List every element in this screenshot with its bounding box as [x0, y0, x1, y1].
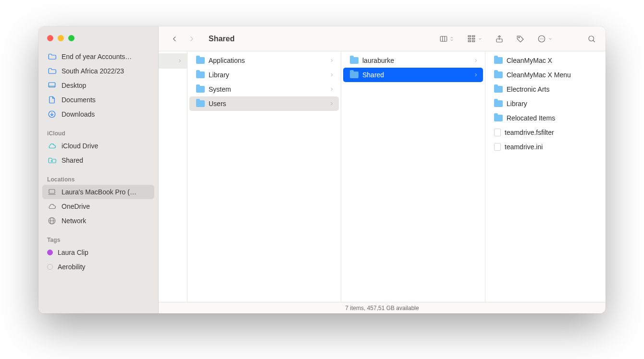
sidebar: End of year Accounts… South Africa 2022/…: [38, 26, 159, 313]
status-bar: 7 items, 457,51 GB available: [159, 302, 606, 313]
folder-row[interactable]: Electronic Arts: [487, 82, 604, 96]
minimize-window[interactable]: [58, 35, 64, 41]
folder-row[interactable]: Applications: [189, 53, 339, 68]
sidebar-item-label: Network: [62, 217, 86, 225]
item-name: Applications: [209, 57, 325, 64]
tag-dot-icon: [47, 264, 53, 270]
document-icon: [47, 95, 57, 105]
toolbar: Shared: [159, 26, 606, 51]
folder-row[interactable]: Library: [487, 96, 604, 111]
group-by-button[interactable]: [466, 32, 483, 46]
item-name: Relocated Items: [507, 114, 599, 122]
sidebar-item-label: Aerobility: [58, 263, 86, 271]
column-2: lauraburkeShared: [341, 51, 485, 302]
sidebar-item-downloads[interactable]: Downloads: [42, 107, 154, 121]
share-button[interactable]: [494, 32, 505, 46]
item-name: lauraburke: [362, 57, 470, 64]
chevron-right-icon: [473, 57, 478, 64]
folder-row[interactable]: Library: [189, 68, 339, 82]
item-name: CleanMyMac X Menu: [507, 71, 599, 79]
file-row[interactable]: teamdrive.ini: [487, 140, 604, 154]
folder-icon: [196, 57, 205, 64]
sidebar-favorites: End of year Accounts… South Africa 2022/…: [38, 49, 158, 121]
search-button[interactable]: [586, 32, 597, 46]
column-1: ApplicationsLibrarySystemUsers: [187, 51, 341, 302]
sidebar-item-macbook[interactable]: Laura's MacBook Pro (…: [42, 185, 154, 199]
sidebar-item-icloud-drive[interactable]: iCloud Drive: [42, 139, 154, 153]
status-text: 7 items, 457,51 GB available: [345, 305, 419, 311]
folder-icon: [196, 86, 205, 93]
sidebar-item-label: Shared: [62, 156, 83, 164]
sidebar-item-eoy-accounts[interactable]: End of year Accounts…: [42, 49, 154, 64]
folder-row[interactable]: Users: [189, 96, 339, 111]
folder-icon: [350, 57, 359, 64]
chevron-right-icon: [329, 85, 334, 93]
sidebar-item-label: End of year Accounts…: [62, 53, 132, 60]
globe-icon: [47, 216, 57, 226]
sidebar-item-label: OneDrive: [62, 203, 90, 210]
download-icon: [47, 109, 57, 119]
tag-dot-icon: [47, 250, 53, 255]
sidebar-item-label: Downloads: [62, 110, 95, 118]
sidebar-item-onedrive[interactable]: OneDrive: [42, 199, 154, 214]
sidebar-item-network[interactable]: Network: [42, 214, 154, 228]
sidebar-header-icloud: iCloud: [42, 128, 154, 139]
sidebar-tag-laura-clip[interactable]: Laura Clip: [42, 245, 154, 260]
folder-row[interactable]: Relocated Items: [487, 111, 604, 125]
item-name: teamdrive.ini: [505, 143, 599, 151]
item-name: Library: [507, 100, 599, 108]
item-name: teamdrive.fsfilter: [505, 129, 599, 136]
sidebar-header-tags: Tags: [42, 235, 154, 245]
sidebar-item-documents[interactable]: Documents: [42, 93, 154, 107]
window-title: Shared: [209, 35, 235, 43]
fullscreen-window[interactable]: [68, 35, 74, 41]
folder-icon: [494, 72, 503, 78]
item-name: Electronic Arts: [507, 85, 599, 93]
laptop-icon: [47, 187, 57, 197]
sidebar-item-label: South Africa 2022/23: [62, 67, 124, 75]
sidebar-item-desktop[interactable]: Desktop: [42, 78, 154, 93]
column-3: CleanMyMac XCleanMyMac X MenuElectronic …: [485, 51, 606, 302]
main-pane: Shared: [159, 26, 606, 313]
column-0: [159, 51, 187, 302]
chevron-right-icon: [329, 71, 334, 79]
item-name: Shared: [362, 71, 470, 79]
item-name: CleanMyMac X: [507, 57, 599, 64]
folder-row[interactable]: lauraburke: [343, 53, 483, 68]
close-window[interactable]: [47, 35, 53, 41]
finder-window: End of year Accounts… South Africa 2022/…: [38, 26, 606, 313]
item-name: System: [209, 85, 325, 93]
chevron-right-icon: [177, 57, 182, 65]
folder-row[interactable]: CleanMyMac X: [487, 53, 604, 68]
folder-icon: [350, 72, 359, 78]
tags-button[interactable]: [515, 32, 526, 46]
desktop-icon: [47, 81, 57, 90]
sidebar-item-label: Documents: [62, 96, 96, 104]
nav-back-button[interactable]: [167, 32, 182, 46]
folder-icon: [494, 86, 503, 93]
sidebar-item-label: Desktop: [62, 82, 86, 89]
file-row[interactable]: teamdrive.fsfilter: [487, 125, 604, 140]
item-name: Users: [209, 100, 325, 108]
file-icon: [494, 129, 501, 136]
sidebar-item-icloud-shared[interactable]: Shared: [42, 153, 154, 168]
more-actions-button[interactable]: [536, 32, 554, 46]
folder-row[interactable]: System: [189, 82, 339, 96]
chevron-right-icon: [329, 100, 334, 108]
column-parent-indicator[interactable]: [159, 53, 187, 69]
nav-forward-button[interactable]: [185, 32, 199, 46]
view-mode-button[interactable]: [438, 32, 456, 46]
folder-icon: [494, 115, 503, 121]
sidebar-item-south-africa[interactable]: South Africa 2022/23: [42, 64, 154, 78]
chevron-right-icon: [329, 57, 334, 64]
sidebar-header-locations: Locations: [42, 174, 154, 185]
folder-row[interactable]: CleanMyMac X Menu: [487, 68, 604, 82]
file-icon: [494, 143, 501, 151]
sidebar-item-label: Laura's MacBook Pro (…: [62, 188, 136, 196]
folder-icon: [196, 72, 205, 78]
folder-icon: [196, 100, 205, 107]
column-view: ApplicationsLibrarySystemUsers lauraburk…: [159, 51, 606, 302]
folder-row[interactable]: Shared: [343, 68, 483, 82]
folder-icon: [47, 52, 57, 61]
sidebar-tag-aerobility[interactable]: Aerobility: [42, 260, 154, 274]
